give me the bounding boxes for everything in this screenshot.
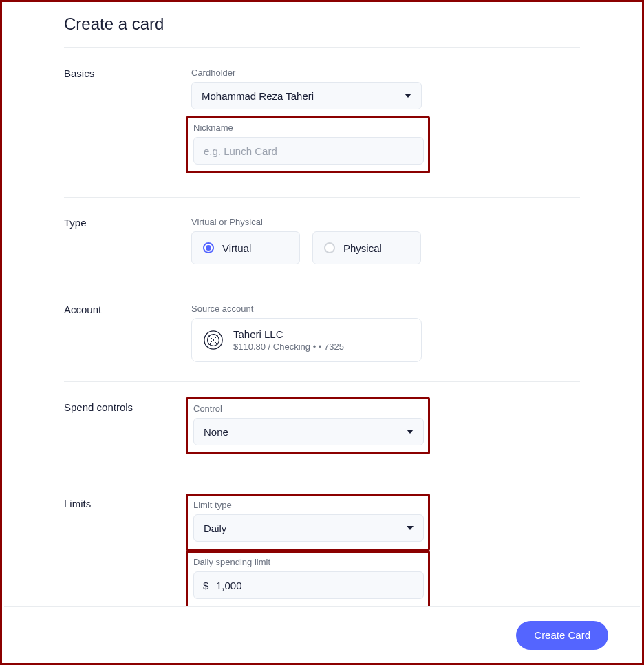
radio-dot-icon	[324, 242, 335, 253]
highlight-daily-limit: Daily spending limit $	[186, 551, 430, 608]
radio-physical[interactable]: Physical	[312, 231, 421, 264]
section-spend-controls: Spend controls Control None	[64, 382, 580, 478]
daily-limit-label: Daily spending limit	[193, 557, 422, 567]
bank-icon	[203, 330, 224, 350]
section-label-spend-controls: Spend controls	[64, 401, 191, 458]
source-account-label: Source account	[191, 304, 580, 314]
section-type: Type Virtual or Physical Virtual Physica…	[64, 198, 580, 284]
section-label-type: Type	[64, 217, 191, 264]
control-value: None	[204, 426, 228, 438]
section-limits: Limits Limit type Daily Daily spending l…	[64, 478, 580, 615]
highlight-nickname: Nickname	[186, 116, 430, 173]
cardholder-select[interactable]: Mohammad Reza Taheri	[191, 82, 422, 109]
highlight-limit-type: Limit type Daily	[186, 494, 430, 551]
footer: Create Card	[4, 606, 640, 663]
account-name: Taheri LLC	[233, 328, 344, 340]
nickname-label: Nickname	[193, 123, 422, 133]
radio-physical-label: Physical	[343, 242, 382, 254]
limit-type-select[interactable]: Daily	[193, 514, 424, 542]
cardholder-value: Mohammad Reza Taheri	[202, 90, 314, 102]
section-basics: Basics Cardholder Mohammad Reza Taheri N…	[64, 48, 580, 198]
control-select[interactable]: None	[193, 418, 424, 445]
caret-down-icon	[405, 94, 411, 98]
create-card-button[interactable]: Create Card	[516, 621, 608, 650]
section-label-limits: Limits	[64, 498, 191, 608]
nickname-input[interactable]	[193, 137, 424, 165]
limit-type-value: Daily	[204, 522, 226, 534]
type-group-label: Virtual or Physical	[191, 217, 580, 227]
source-account-card[interactable]: Taheri LLC $110.80 / Checking • • 7325	[191, 318, 422, 362]
limit-type-label: Limit type	[193, 500, 422, 510]
radio-dot-icon	[203, 242, 214, 253]
radio-virtual[interactable]: Virtual	[191, 231, 300, 264]
section-account: Account Source account Taheri LLC $110.8…	[64, 284, 580, 382]
section-label-account: Account	[64, 304, 191, 362]
field-cardholder: Cardholder Mohammad Reza Taheri	[191, 67, 580, 109]
cardholder-label: Cardholder	[191, 67, 580, 78]
daily-limit-input[interactable]	[193, 571, 424, 599]
control-label: Control	[193, 403, 422, 414]
caret-down-icon	[407, 430, 414, 434]
account-meta: $110.80 / Checking • • 7325	[233, 341, 344, 352]
caret-down-icon	[407, 526, 414, 530]
currency-symbol: $	[203, 580, 208, 591]
page-title: Create a card	[64, 14, 580, 34]
highlight-control: Control None	[186, 397, 430, 454]
section-label-basics: Basics	[64, 67, 191, 178]
radio-virtual-label: Virtual	[222, 242, 251, 254]
field-nickname: Nickname	[193, 123, 422, 165]
